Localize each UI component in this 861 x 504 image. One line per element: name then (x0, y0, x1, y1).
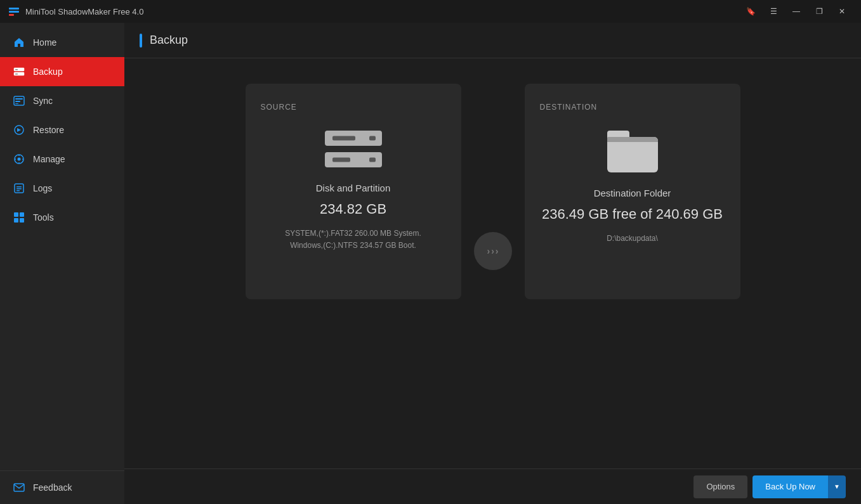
arrow-chevron: › (487, 246, 490, 256)
restore-btn[interactable]: ❐ (808, 3, 831, 20)
app-title: MiniTool ShadowMaker Free 4.0 (25, 7, 739, 16)
sidebar-item-label: Manage (33, 154, 65, 164)
backup-icon (13, 65, 25, 78)
svg-rect-22 (14, 484, 24, 491)
sync-icon (13, 94, 25, 107)
minimize-btn[interactable]: — (785, 3, 808, 20)
sidebar: Home Backup (0, 23, 124, 504)
svg-rect-17 (16, 190, 20, 191)
hamburger-icon: ☰ (770, 7, 777, 16)
source-label: SOURCE (261, 103, 297, 112)
destination-card[interactable]: DESTINATION Destination Folder 236.49 GB… (525, 84, 740, 299)
svg-rect-19 (20, 212, 24, 217)
folder-icon (607, 131, 658, 172)
window-controls: 🔖 ☰ — ❐ ✕ (739, 3, 853, 20)
sidebar-nav: Home Backup (0, 23, 124, 470)
arrow-circle: › › › (474, 232, 512, 270)
sidebar-item-restore[interactable]: Restore (0, 115, 124, 145)
source-detail: SYSTEM,(*:).FAT32 260.00 MB System.Windo… (285, 228, 421, 252)
mail-icon (13, 481, 25, 494)
bookmark-btn[interactable]: 🔖 (739, 3, 762, 20)
sidebar-item-label: Logs (33, 183, 52, 193)
svg-rect-9 (15, 101, 20, 102)
destination-name: Destination Folder (594, 188, 671, 198)
hamburger-btn[interactable]: ☰ (762, 3, 785, 20)
options-button[interactable]: Options (693, 475, 747, 498)
home-icon (13, 36, 25, 49)
disk-partition-icon (325, 131, 382, 167)
destination-freespace: 236.49 GB free of 240.69 GB (542, 206, 723, 223)
backup-dropdown-button[interactable]: ▼ (828, 475, 846, 498)
source-name: Disk and Partition (316, 183, 391, 193)
restore-icon (13, 124, 25, 136)
feedback-label: Feedback (33, 482, 72, 493)
arrow-connector: › › › (461, 232, 525, 270)
sidebar-item-home[interactable]: Home (0, 28, 124, 57)
sidebar-item-label: Tools (33, 212, 54, 223)
close-icon: ✕ (839, 7, 845, 16)
restore-icon: ❐ (816, 7, 823, 16)
dropdown-icon: ▼ (834, 483, 840, 490)
header-accent (140, 34, 142, 48)
svg-rect-6 (15, 74, 18, 75)
svg-rect-21 (20, 218, 24, 223)
sidebar-item-label: Restore (33, 125, 64, 135)
page-header: Backup (124, 23, 861, 58)
title-bar: MiniTool ShadowMaker Free 4.0 🔖 ☰ — ❐ ✕ (0, 0, 861, 23)
destination-path: D:\backupdata\ (607, 233, 658, 245)
sidebar-footer: Feedback (0, 470, 124, 504)
page-title: Backup (150, 34, 188, 47)
sidebar-item-manage[interactable]: Manage (0, 145, 124, 174)
sidebar-item-label: Backup (33, 67, 63, 77)
tools-icon (13, 211, 25, 224)
bookmark-icon: 🔖 (746, 7, 756, 16)
source-card[interactable]: SOURCE Disk and Partition (246, 84, 461, 299)
manage-icon (13, 153, 25, 165)
backup-area: SOURCE Disk and Partition (124, 58, 861, 468)
svg-rect-8 (15, 98, 23, 100)
svg-rect-1 (9, 11, 19, 13)
backup-button-group: Back Up Now ▼ (753, 475, 846, 498)
svg-rect-18 (14, 212, 18, 217)
svg-rect-0 (9, 8, 19, 10)
main-content: Backup SOURCE (124, 23, 861, 504)
close-btn[interactable]: ✕ (831, 3, 853, 20)
destination-icon-area (540, 131, 725, 172)
svg-rect-20 (14, 218, 18, 223)
app-logo (8, 5, 20, 18)
backup-now-button[interactable]: Back Up Now (753, 475, 828, 498)
logs-icon (13, 182, 25, 195)
bottom-bar: Options Back Up Now ▼ (124, 468, 861, 504)
svg-rect-2 (9, 14, 14, 16)
destination-label: DESTINATION (540, 103, 598, 112)
svg-rect-15 (16, 186, 22, 188)
app-body: Home Backup (0, 23, 861, 504)
svg-rect-16 (16, 188, 22, 190)
svg-rect-10 (15, 103, 18, 104)
minimize-icon: — (792, 7, 800, 16)
sidebar-item-backup[interactable]: Backup (0, 57, 124, 86)
sidebar-item-logs[interactable]: Logs (0, 174, 124, 203)
source-size: 234.82 GB (320, 201, 386, 217)
arrow-chevron3: › (496, 246, 499, 256)
source-icon-area (261, 131, 446, 167)
sidebar-item-sync[interactable]: Sync (0, 86, 124, 115)
feedback-item[interactable]: Feedback (13, 481, 112, 494)
sidebar-item-label: Home (33, 37, 56, 48)
svg-rect-4 (15, 69, 18, 70)
arrow-chevron2: › (491, 246, 494, 256)
sidebar-item-tools[interactable]: Tools (0, 203, 124, 232)
sidebar-item-label: Sync (33, 96, 53, 106)
svg-point-13 (18, 158, 21, 161)
